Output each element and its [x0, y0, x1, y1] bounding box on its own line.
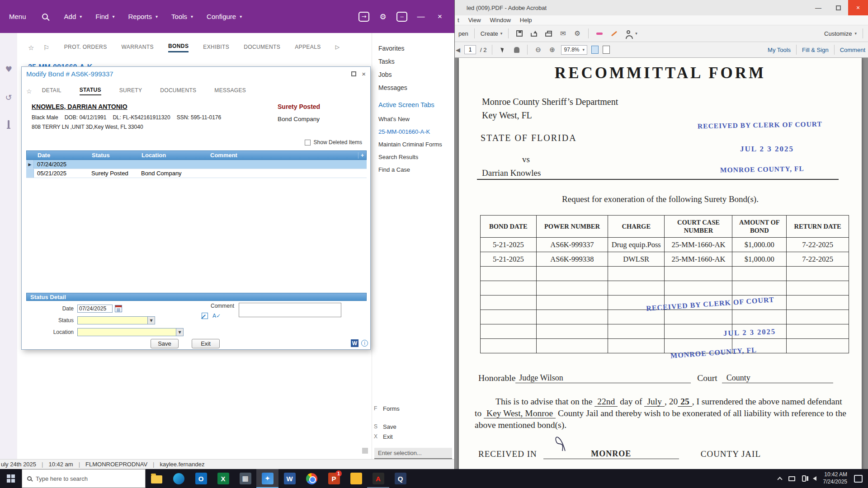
menu-window[interactable]: Window [490, 17, 511, 23]
taskbar-quick-assist[interactable]: Q [389, 469, 411, 488]
more-tabs-arrow-icon[interactable]: ▷ [335, 44, 340, 52]
menu-reports[interactable]: Reports▾ [128, 13, 158, 20]
menu-view[interactable]: View [468, 17, 481, 23]
notification-center-icon[interactable] [854, 475, 863, 483]
menu-configure[interactable]: Configure▾ [207, 13, 242, 20]
enter-selection-field[interactable]: Enter selection... [374, 448, 452, 459]
taskbar-sticky-notes[interactable] [345, 469, 367, 488]
word-export-icon[interactable]: W [351, 339, 359, 347]
screen-tab-maintain-criminal-forms[interactable]: Maintain Criminal Forms [378, 141, 452, 148]
start-button[interactable] [0, 469, 22, 488]
show-deleted-checkbox[interactable] [305, 140, 311, 145]
save-icon[interactable] [514, 28, 524, 38]
tab-detail[interactable]: DETAIL [42, 87, 61, 95]
grid-row[interactable]: 05/21/2025 Surety Posted Bond Company [26, 169, 367, 178]
email-icon[interactable]: ✉ [558, 28, 568, 38]
date-input[interactable] [77, 305, 113, 313]
dialog-maximize-icon[interactable] [351, 71, 356, 76]
shortcut-forms[interactable]: F Forms [374, 405, 400, 412]
tab-exhibits[interactable]: EXHIBITS [203, 44, 229, 52]
acrobat-maximize-icon[interactable] [828, 0, 848, 15]
notifications-bell-icon[interactable] [8, 121, 9, 128]
sidebar-item-tasks[interactable]: Tasks [378, 58, 452, 65]
screen-tab-case[interactable]: 25-MM-001660-A-K [378, 128, 452, 135]
my-tools-button[interactable]: My Tools [768, 47, 791, 53]
location-input[interactable] [77, 328, 176, 336]
exit-button[interactable]: Exit [192, 339, 220, 348]
pen-annotation-icon[interactable] [609, 28, 619, 38]
customize-button[interactable]: Customize ▾ [824, 30, 857, 37]
print-icon[interactable] [543, 28, 553, 38]
hand-tool-icon[interactable] [512, 45, 522, 55]
spellcheck-icon[interactable]: A✓ [212, 313, 221, 319]
screen-tab-search-results[interactable]: Search Results [378, 154, 452, 160]
taskbar-excel[interactable]: X [212, 469, 234, 488]
menu-find[interactable]: Find▾ [95, 13, 114, 20]
screen-tab-whats-new[interactable]: What's New [378, 116, 452, 122]
shortcut-save[interactable]: S Save [374, 423, 396, 430]
tab-documents[interactable]: DOCUMENTS [160, 87, 196, 95]
taskbar-acrobat[interactable]: A [367, 469, 389, 488]
comment-button[interactable]: Comment [840, 47, 865, 53]
menu-button[interactable]: Menu [9, 13, 26, 20]
tab-prot-orders[interactable]: PROT. ORDERS [64, 44, 107, 52]
scrolling-view-icon[interactable] [591, 46, 599, 54]
screen-tab-find-a-case[interactable]: Find a Case [378, 166, 452, 173]
fill-sign-button[interactable]: Fill & Sign [802, 47, 829, 53]
taskbar-calculator[interactable]: ▦ [234, 469, 256, 488]
taskbar-powerpoint[interactable]: P 1 [323, 469, 345, 488]
minimize-icon[interactable]: — [415, 11, 426, 22]
dialog-close-icon[interactable]: × [362, 70, 366, 78]
zoom-out-icon[interactable]: ⊖ [533, 45, 543, 55]
zoom-in-icon[interactable]: ⊕ [547, 45, 557, 55]
tab-documents[interactable]: DOCUMENTS [244, 44, 280, 52]
tab-messages[interactable]: MESSAGES [214, 87, 246, 95]
phone-link-icon[interactable] [802, 475, 806, 482]
favorites-heart-icon[interactable]: ♥ [5, 65, 12, 74]
pin-flag-icon[interactable]: ⚐ [43, 44, 50, 52]
edit-comment-icon[interactable] [202, 313, 208, 319]
taskbar-search[interactable] [22, 469, 146, 488]
search-icon[interactable] [40, 11, 51, 22]
defendant-name-link[interactable]: KNOWLES, DARRIAN ANTONIO [32, 103, 262, 110]
active-screen-tabs-header[interactable]: Active Screen Tabs [378, 101, 452, 108]
tab-bonds[interactable]: BONDS [168, 43, 189, 52]
grid-add-row-button[interactable]: + [358, 152, 366, 159]
tab-status[interactable]: STATUS [80, 87, 101, 95]
volume-icon[interactable] [813, 476, 816, 481]
resize-grip[interactable] [362, 448, 368, 454]
hidden-icons-chevron[interactable] [777, 477, 782, 482]
calendar-icon[interactable] [115, 305, 122, 312]
select-tool-icon[interactable] [498, 45, 508, 55]
logout-icon[interactable]: → [359, 12, 369, 22]
taskbar-outlook[interactable]: O [190, 469, 212, 488]
taskbar-word[interactable]: W [278, 469, 301, 488]
taskbar-clock[interactable]: 10:42 AM 7/24/2025 [823, 471, 847, 485]
share-upload-icon[interactable] [529, 28, 539, 38]
location-dropdown-icon[interactable]: ▼ [176, 328, 184, 336]
acrobat-minimize-icon[interactable]: — [808, 0, 828, 15]
menu-help[interactable]: Help [520, 17, 532, 23]
document-area[interactable]: RECOMMITTAL FORM Monroe County Sheriff’s… [455, 58, 868, 469]
previous-page-icon[interactable]: ◀ [456, 47, 460, 53]
shortcut-exit[interactable]: X Exit [374, 433, 393, 440]
save-button[interactable]: Save [151, 339, 179, 348]
taskbar-case-management-app[interactable]: ✦ [256, 469, 278, 488]
fullscreen-icon[interactable]: – [396, 12, 407, 22]
create-button[interactable]: Create ▾ [481, 30, 503, 37]
tab-appeals[interactable]: APPEALS [295, 44, 321, 52]
network-display-icon[interactable] [788, 476, 795, 481]
sidebar-item-jobs[interactable]: Jobs [378, 71, 452, 78]
comment-input[interactable] [239, 303, 341, 317]
taskbar-chrome[interactable] [301, 469, 323, 488]
info-icon[interactable]: i [361, 340, 368, 347]
search-input[interactable] [36, 475, 131, 482]
zoom-level-dropdown[interactable]: 97.8% ▾ [561, 45, 587, 55]
dialog-favorite-star-icon[interactable]: ☆ [26, 88, 32, 95]
grid-row-selected[interactable]: ▶ 07/24/2025 [26, 160, 367, 169]
page-number-input[interactable] [464, 45, 476, 54]
taskbar-file-explorer[interactable] [146, 469, 168, 488]
tab-surety[interactable]: SURETY [119, 87, 142, 95]
acrobat-close-icon[interactable]: × [848, 0, 868, 15]
menu-edit-partial[interactable]: t [458, 17, 459, 23]
